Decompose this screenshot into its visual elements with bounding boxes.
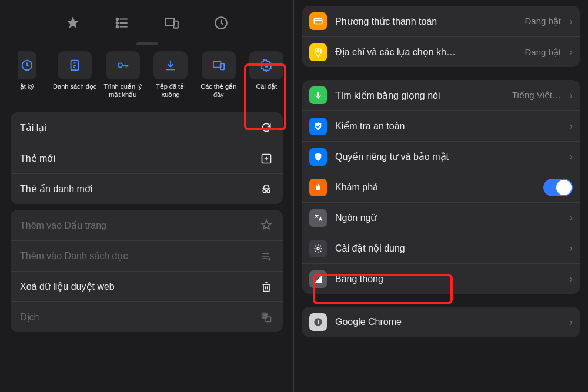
svg-point-24 [263,189,266,192]
row-privacy[interactable]: Quyền riêng tư và bảo mật › [302,141,580,172]
action-label: Trình quản lý mật khẩu [99,83,146,99]
signal-icon [309,270,327,288]
action-label: ật ký [20,83,34,99]
settings-list: Phương thức thanh toán Đang bật › Địa ch… [294,0,588,337]
row-add-readinglist: Thêm vào Danh sách đọc [11,240,283,271]
trash-icon [260,281,272,293]
menu-group-2: Thêm vào Dấu trang Thêm vào Danh sách đọ… [11,210,283,332]
devices-icon [164,15,179,31]
svg-point-47 [318,320,319,321]
svg-rect-32 [263,284,269,291]
svg-point-14 [118,63,122,67]
chevron-right-icon: › [569,15,573,28]
devices-icon [212,59,225,72]
page-icon [68,59,81,72]
action-history-partial[interactable]: ật ký [4,51,51,99]
row-clear-data[interactable]: Xoá dữ liệu duyệt web [11,271,283,301]
row-safety-check[interactable]: Kiểm tra an toàn › [302,110,580,141]
action-label: Các thẻ gần đây [195,83,242,99]
incognito-icon [260,183,273,195]
row-new-tab[interactable]: Thẻ mới [11,143,283,173]
row-address[interactable]: Địa chỉ và các lựa chọn kh… Đang bật › [302,36,580,67]
chevron-right-icon: › [569,120,573,132]
left-top-tabs [0,0,293,40]
action-settings[interactable]: Cài đặt [243,51,290,99]
tab-tabs[interactable] [154,11,189,35]
tab-bookmarks[interactable] [55,11,91,35]
tab-reading-list[interactable] [105,11,140,35]
row-bandwidth[interactable]: Băng thông › [302,263,580,294]
svg-point-5 [116,26,118,28]
action-label: Tệp đã tải xuống [148,83,195,99]
chevron-right-icon: › [569,273,573,285]
action-reading-list[interactable]: Danh sách đọc [52,51,99,99]
svg-rect-48 [318,321,319,324]
card-icon [309,12,327,30]
row-voice-search[interactable]: Tìm kiếm bằng giọng nói Tiếng Việt… › [302,80,580,110]
chevron-right-icon: › [569,89,573,102]
row-add-bookmark: Thêm vào Dấu trang [11,210,283,240]
mic-icon [309,86,327,104]
settings-group-main: Tìm kiếm bằng giọng nói Tiếng Việt… › Ki… [302,80,580,294]
settings-group-about: Google Chrome › [302,307,580,337]
svg-rect-43 [317,92,319,96]
row-translate: Dịch G [11,301,283,332]
history-icon [213,15,229,31]
row-payment[interactable]: Phương thức thanh toán Đang bật › [302,6,580,36]
settings-group-autofill: Phương thức thanh toán Đang bật › Địa ch… [302,6,580,67]
flame-icon [309,179,327,196]
tab-history[interactable] [203,11,239,35]
chevron-right-icon: › [569,212,573,224]
translate-icon: G [260,311,272,323]
svg-rect-40 [314,19,322,24]
svg-text:G: G [263,313,266,317]
action-label: Cài đặt [256,83,277,99]
chevron-right-icon: › [569,46,573,58]
action-downloads[interactable]: Tệp đã tải xuống [148,51,195,99]
star-icon [65,15,81,31]
pin-icon [309,43,327,61]
plus-box-icon [260,153,272,165]
row-new-incognito[interactable]: Thẻ ẩn danh mới [11,173,283,204]
row-reload[interactable]: Tải lại [11,112,283,143]
action-bar: ật ký Danh sách đọc Trình quản lý mật kh… [0,51,293,106]
star-outline-icon [260,219,272,231]
row-google-chrome[interactable]: Google Chrome › [302,307,580,337]
action-label: Danh sách đọc [53,83,96,99]
drag-handle[interactable] [136,42,158,45]
chevron-right-icon: › [569,242,573,254]
shield-icon [309,148,327,166]
svg-rect-18 [213,62,221,68]
list-icon [115,15,130,31]
chevron-right-icon: › [569,316,573,329]
menu-group-1: Tải lại Thẻ mới Thẻ ẩn danh mới [11,112,283,204]
row-language[interactable]: Ngôn ngữ › [302,202,580,233]
svg-point-25 [267,189,270,192]
action-password-mgr[interactable]: Trình quản lý mật khẩu [99,51,146,99]
download-icon [164,59,177,72]
chevron-right-icon: › [569,150,573,163]
list-add-icon [260,250,272,262]
gear-icon [309,240,327,257]
key-icon [116,59,130,72]
svg-point-42 [317,49,319,52]
info-icon [309,313,327,331]
svg-point-45 [317,247,319,250]
gear-icon [260,59,273,72]
svg-point-20 [265,63,269,67]
reload-icon [260,122,272,133]
svg-rect-6 [165,18,174,25]
row-content-settings[interactable]: Cài đặt nội dung › [302,233,580,263]
translate-icon [309,209,327,227]
row-discover[interactable]: Khám phá [302,172,580,202]
svg-point-4 [116,22,118,24]
toggle-discover[interactable] [543,179,573,196]
action-recent-tabs[interactable]: Các thẻ gần đây [195,51,242,99]
shield-check-icon [309,118,327,135]
clock-icon [21,59,34,72]
svg-point-3 [116,18,118,20]
